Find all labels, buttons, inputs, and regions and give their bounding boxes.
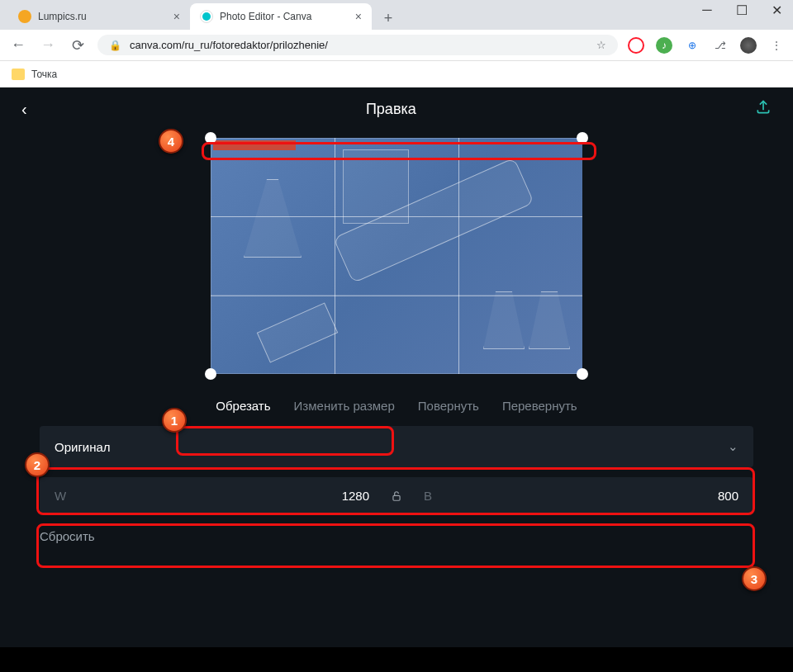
tab-resize[interactable]: Изменить размер [294,399,395,413]
annotation-badge-1: 1 [162,408,187,433]
lock-icon: 🔒 [109,40,121,51]
width-value: 1280 [342,489,369,503]
bookmarks-bar: Точка [0,61,793,88]
tool-tabs: Обрезать Изменить размер Повернуть Перев… [0,390,793,426]
tab-crop[interactable]: Обрезать [216,399,270,413]
reader-icon[interactable]: ⎇ [712,37,729,54]
address-bar[interactable]: 🔒 canva.com/ru_ru/fotoredaktor/prilozhen… [97,35,618,55]
export-icon[interactable] [755,99,772,120]
tab-strip: ─ ☐ ✕ Lumpics.ru × Photo Editor - Canva … [0,0,793,30]
close-icon[interactable]: × [173,10,180,23]
height-input[interactable]: В 800 [409,477,753,514]
tab-title: Photo Editor - Canva [220,11,311,22]
crop-handle-tl[interactable] [205,132,216,144]
browser-tab-canva[interactable]: Photo Editor - Canva × [190,3,372,30]
canva-editor: ‹ Правка [0,88,793,647]
annotation-badge-3: 3 [742,566,767,591]
browser-tab-lumpics[interactable]: Lumpics.ru × [8,3,190,30]
app-header: ‹ Правка [0,88,793,131]
aspect-ratio-dropdown[interactable]: Оригинал ⌄ [40,426,753,467]
height-label: В [424,489,432,503]
crop-handle-bl[interactable] [205,368,216,380]
menu-icon[interactable]: ⋮ [768,37,785,54]
page-title: Правка [366,101,416,118]
lock-aspect-button[interactable] [384,477,409,514]
crop-handle-tr[interactable] [577,132,588,144]
favicon-icon [18,10,31,23]
new-tab-button[interactable]: + [377,7,400,30]
close-icon[interactable]: × [355,10,362,23]
music-icon[interactable]: ♪ [656,37,672,54]
reload-button[interactable]: ⟳ [68,36,88,54]
chevron-down-icon: ⌄ [728,439,738,454]
bookmark-item[interactable]: Точка [31,69,57,80]
star-icon[interactable]: ☆ [596,39,606,51]
annotation-badge-4: 4 [159,129,183,154]
tab-title: Lumpics.ru [38,11,87,22]
url-text: canva.com/ru_ru/fotoredaktor/prilozhenie… [130,39,328,51]
height-value: 800 [718,489,738,503]
opera-icon[interactable] [628,37,644,54]
tab-flip[interactable]: Перевернуть [502,399,577,413]
dropdown-label: Оригинал [55,440,111,454]
window-maximize-icon[interactable]: ☐ [737,5,747,15]
image-preview [211,138,582,374]
width-label: W [55,489,66,503]
svg-rect-0 [393,495,400,500]
crop-frame[interactable] [211,138,582,374]
favicon-icon [200,10,213,23]
crop-handle-br[interactable] [577,368,588,380]
avatar[interactable] [740,37,757,54]
window-close-icon[interactable]: ✕ [772,5,781,15]
browser-toolbar: ← → ⟳ 🔒 canva.com/ru_ru/fotoredaktor/pri… [0,30,793,61]
dimensions-row: W 1280 В 800 [0,477,793,526]
back-button[interactable]: ← [8,36,28,54]
back-chevron-icon[interactable]: ‹ [21,100,27,119]
window-minimize-icon[interactable]: ─ [702,5,712,15]
folder-icon [12,69,25,80]
annotation-badge-2: 2 [25,452,50,477]
width-input[interactable]: W 1280 [40,477,384,514]
reset-button[interactable]: Сбросить [40,529,95,543]
aspect-dropdown-row: Оригинал ⌄ [0,426,793,477]
canvas-area [0,131,793,390]
globe-icon[interactable]: ⊕ [684,37,700,54]
tab-rotate[interactable]: Повернуть [418,399,479,413]
extension-icons: ♪ ⊕ ⎇ ⋮ [628,37,785,54]
browser-chrome: ─ ☐ ✕ Lumpics.ru × Photo Editor - Canva … [0,0,793,88]
forward-button[interactable]: → [38,36,58,54]
